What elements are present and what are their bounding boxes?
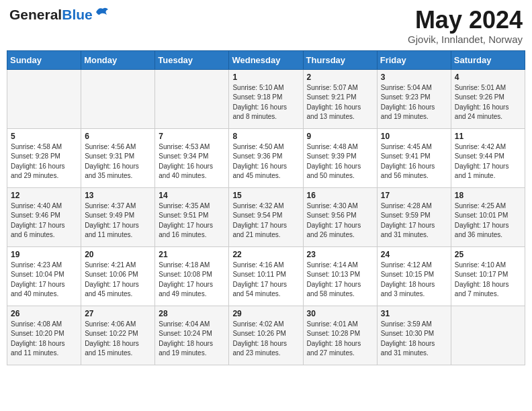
weekday-header-row: SundayMondayTuesdayWednesdayThursdayFrid… [7,50,525,69]
calendar-cell [7,69,81,128]
day-info: Sunrise: 3:59 AMSunset: 10:30 PMDaylight… [381,320,447,359]
day-info: Sunrise: 4:18 AMSunset: 10:08 PMDaylight… [159,261,225,300]
calendar-cell [451,306,525,365]
calendar-cell: 26Sunrise: 4:08 AMSunset: 10:20 PMDaylig… [7,306,81,365]
calendar-cell: 3Sunrise: 5:04 AMSunset: 9:23 PMDaylight… [377,69,451,128]
day-number: 27 [85,309,151,318]
day-info: Sunrise: 5:04 AMSunset: 9:23 PMDaylight:… [381,83,447,122]
day-info: Sunrise: 4:28 AMSunset: 9:59 PMDaylight:… [381,201,447,240]
day-number: 19 [11,250,77,259]
day-info: Sunrise: 4:53 AMSunset: 9:34 PMDaylight:… [159,142,225,181]
day-info: Sunrise: 4:25 AMSunset: 10:01 PMDaylight… [455,201,521,240]
day-number: 9 [307,132,373,141]
day-number: 6 [85,132,151,141]
title-area: May 2024 Gjovik, Innlandet, Norway [408,7,523,45]
day-number: 14 [159,191,225,200]
calendar-cell: 14Sunrise: 4:35 AMSunset: 9:51 PMDayligh… [155,187,229,246]
day-number: 18 [455,191,521,200]
day-info: Sunrise: 4:56 AMSunset: 9:31 PMDaylight:… [85,142,151,181]
month-title: May 2024 [408,7,523,34]
day-info: Sunrise: 4:12 AMSunset: 10:15 PMDaylight… [381,261,447,300]
calendar-cell: 7Sunrise: 4:53 AMSunset: 9:34 PMDaylight… [155,128,229,187]
calendar-cell: 23Sunrise: 4:14 AMSunset: 10:13 PMDaylig… [303,246,377,306]
calendar-table: SundayMondayTuesdayWednesdayThursdayFrid… [7,50,525,365]
day-number: 10 [381,132,447,141]
day-number: 26 [11,309,77,318]
calendar-week-row: 19Sunrise: 4:23 AMSunset: 10:04 PMDaylig… [7,246,525,306]
weekday-header-wednesday: Wednesday [229,50,303,69]
logo-blue-text: Blue [62,7,93,23]
day-info: Sunrise: 4:01 AMSunset: 10:28 PMDaylight… [307,320,373,359]
day-number: 5 [11,132,77,141]
weekday-header-monday: Monday [81,50,155,69]
day-info: Sunrise: 4:42 AMSunset: 9:44 PMDaylight:… [455,142,521,181]
day-number: 11 [455,132,521,141]
calendar-cell: 25Sunrise: 4:10 AMSunset: 10:17 PMDaylig… [451,246,525,306]
calendar-cell: 28Sunrise: 4:04 AMSunset: 10:24 PMDaylig… [155,306,229,365]
weekday-header-friday: Friday [377,50,451,69]
day-number: 28 [159,309,225,318]
day-number: 15 [232,191,299,200]
calendar-cell: 18Sunrise: 4:25 AMSunset: 10:01 PMDaylig… [451,187,525,246]
day-info: Sunrise: 4:50 AMSunset: 9:36 PMDaylight:… [232,142,299,181]
day-number: 20 [85,250,151,259]
calendar-cell: 11Sunrise: 4:42 AMSunset: 9:44 PMDayligh… [451,128,525,187]
logo-general-text: General [9,7,62,23]
day-number: 7 [159,132,225,141]
day-info: Sunrise: 4:08 AMSunset: 10:20 PMDaylight… [11,320,77,359]
day-number: 29 [232,309,299,318]
day-info: Sunrise: 5:01 AMSunset: 9:26 PMDaylight:… [455,83,521,122]
calendar-cell: 22Sunrise: 4:16 AMSunset: 10:11 PMDaylig… [229,246,303,306]
calendar-cell: 16Sunrise: 4:30 AMSunset: 9:56 PMDayligh… [303,187,377,246]
weekday-header-sunday: Sunday [7,50,81,69]
day-info: Sunrise: 4:40 AMSunset: 9:46 PMDaylight:… [11,201,77,240]
day-info: Sunrise: 4:35 AMSunset: 9:51 PMDaylight:… [159,201,225,240]
calendar-cell: 29Sunrise: 4:02 AMSunset: 10:26 PMDaylig… [229,306,303,365]
calendar-cell [155,69,229,128]
day-number: 23 [307,250,373,259]
calendar-week-row: 26Sunrise: 4:08 AMSunset: 10:20 PMDaylig… [7,306,525,365]
day-number: 30 [307,309,373,318]
day-number: 17 [381,191,447,200]
calendar-cell: 21Sunrise: 4:18 AMSunset: 10:08 PMDaylig… [155,246,229,306]
day-number: 2 [307,73,373,82]
day-info: Sunrise: 4:48 AMSunset: 9:39 PMDaylight:… [307,142,373,181]
calendar-cell: 17Sunrise: 4:28 AMSunset: 9:59 PMDayligh… [377,187,451,246]
day-number: 31 [381,309,447,318]
day-number: 3 [381,73,447,82]
weekday-header-saturday: Saturday [451,50,525,69]
day-info: Sunrise: 5:10 AMSunset: 9:18 PMDaylight:… [232,83,299,122]
calendar-cell: 31Sunrise: 3:59 AMSunset: 10:30 PMDaylig… [377,306,451,365]
page-header: General Blue May 2024 Gjovik, Innlandet,… [7,7,525,45]
calendar-cell: 1Sunrise: 5:10 AMSunset: 9:18 PMDaylight… [229,69,303,128]
calendar-cell: 12Sunrise: 4:40 AMSunset: 9:46 PMDayligh… [7,187,81,246]
day-number: 22 [232,250,299,259]
day-info: Sunrise: 4:37 AMSunset: 9:49 PMDaylight:… [85,201,151,240]
calendar-cell: 30Sunrise: 4:01 AMSunset: 10:28 PMDaylig… [303,306,377,365]
calendar-cell: 4Sunrise: 5:01 AMSunset: 9:26 PMDaylight… [451,69,525,128]
day-info: Sunrise: 4:10 AMSunset: 10:17 PMDaylight… [455,261,521,300]
day-info: Sunrise: 4:45 AMSunset: 9:41 PMDaylight:… [381,142,447,181]
day-number: 13 [85,191,151,200]
weekday-header-thursday: Thursday [303,50,377,69]
calendar-cell: 2Sunrise: 5:07 AMSunset: 9:21 PMDaylight… [303,69,377,128]
day-info: Sunrise: 5:07 AMSunset: 9:21 PMDaylight:… [307,83,373,122]
calendar-cell: 8Sunrise: 4:50 AMSunset: 9:36 PMDaylight… [229,128,303,187]
day-number: 12 [11,191,77,200]
day-number: 25 [455,250,521,259]
day-info: Sunrise: 4:32 AMSunset: 9:54 PMDaylight:… [232,201,299,240]
day-number: 8 [232,132,299,141]
logo-bird-icon [95,5,109,17]
calendar-cell: 15Sunrise: 4:32 AMSunset: 9:54 PMDayligh… [229,187,303,246]
day-info: Sunrise: 4:04 AMSunset: 10:24 PMDaylight… [159,320,225,359]
calendar-week-row: 1Sunrise: 5:10 AMSunset: 9:18 PMDaylight… [7,69,525,128]
calendar-cell: 19Sunrise: 4:23 AMSunset: 10:04 PMDaylig… [7,246,81,306]
calendar-cell [81,69,155,128]
logo: General Blue [9,7,109,23]
calendar-cell: 5Sunrise: 4:58 AMSunset: 9:28 PMDaylight… [7,128,81,187]
day-info: Sunrise: 4:16 AMSunset: 10:11 PMDaylight… [232,261,299,300]
day-number: 24 [381,250,447,259]
calendar-cell: 24Sunrise: 4:12 AMSunset: 10:15 PMDaylig… [377,246,451,306]
day-info: Sunrise: 4:14 AMSunset: 10:13 PMDaylight… [307,261,373,300]
weekday-header-tuesday: Tuesday [155,50,229,69]
